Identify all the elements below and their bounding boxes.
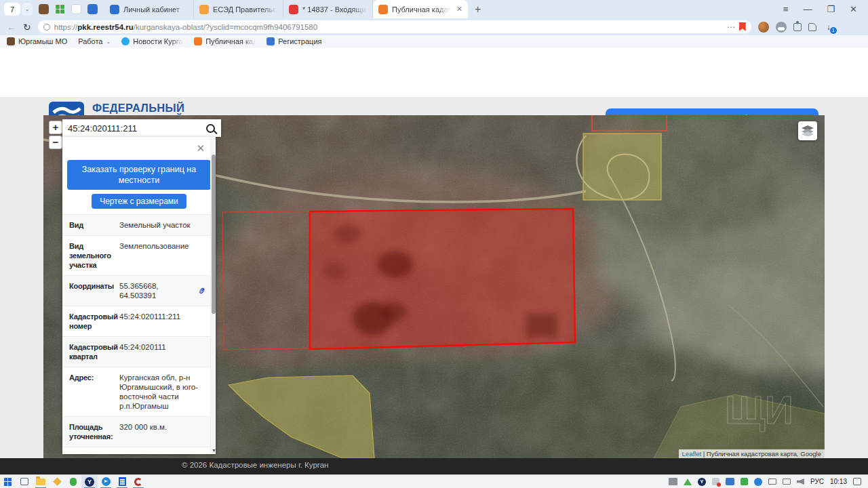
bookmark-folder-work[interactable]: Работа⌄ <box>78 37 111 45</box>
new-tab-button[interactable]: + <box>475 3 481 16</box>
coordinates-link-icon[interactable] <box>198 287 206 295</box>
task-view-button[interactable] <box>16 475 33 488</box>
bookmark-favicon <box>7 37 15 45</box>
action-center-icon[interactable] <box>853 478 861 485</box>
alice-assistant-icon[interactable] <box>776 22 787 33</box>
reload-icon[interactable]: ↻ <box>23 22 31 33</box>
yandex-browser-icon[interactable]: Y <box>81 475 98 488</box>
tab-close-icon[interactable]: ✕ <box>454 5 462 14</box>
antivirus-shield-icon[interactable] <box>65 475 81 488</box>
order-boundary-check-button[interactable]: Заказать проверку границ на местности <box>67 160 211 190</box>
panel-close-icon[interactable]: ✕ <box>196 142 205 155</box>
bookmark-flag-icon[interactable] <box>739 22 746 31</box>
notification-app-icon[interactable] <box>712 478 719 485</box>
drawing-with-dimensions-button[interactable]: Чертеж с размерами <box>92 194 186 209</box>
pinned-app-icon[interactable] <box>39 4 49 14</box>
printer-icon[interactable] <box>669 478 677 485</box>
url-bar[interactable]: https://pkk.reestr54.ru/kurganskaya-obla… <box>38 20 751 33</box>
back-icon[interactable]: ← <box>7 22 16 33</box>
remote-access-icon[interactable] <box>726 478 734 485</box>
document-app-icon[interactable] <box>71 4 81 14</box>
grid-app-icon[interactable] <box>55 4 65 14</box>
bookmark-registration[interactable]: Регистрация <box>267 37 321 45</box>
tab-counter[interactable]: 7 <box>4 3 20 16</box>
tab-title: * 14837 - Входящие — Янд <box>302 5 367 14</box>
map-layers-button[interactable] <box>798 121 817 140</box>
map-attribution: Leaflet | Публичная кадастровая карта, G… <box>679 449 825 458</box>
usb-device-icon[interactable] <box>768 479 776 485</box>
security-tray-icon[interactable] <box>741 478 748 485</box>
tabs: Личный кабинет ЕСЭД Правительства Кур * … <box>104 0 468 18</box>
bookmark-news[interactable]: Новости Кургана <box>121 37 183 45</box>
window-controls: ≡ — ❐ ✕ <box>783 4 868 14</box>
zoom-out-button[interactable]: − <box>49 136 62 149</box>
tab-favicon <box>110 5 119 14</box>
start-button[interactable] <box>0 475 16 488</box>
windows-taskbar: Y Y РУС 10:13 <box>0 474 868 488</box>
media-player-icon[interactable] <box>98 475 114 488</box>
leaflet-link[interactable]: Leaflet <box>682 450 702 458</box>
layers-icon <box>802 125 814 136</box>
row-status: Статус: Учтенный <box>62 447 210 454</box>
system-tray: Y РУС 10:13 <box>669 478 868 486</box>
site-info-icon[interactable] <box>43 24 50 30</box>
parcel-outline-top[interactable] <box>592 115 667 131</box>
close-icon[interactable]: ✕ <box>850 4 857 14</box>
tab-title: Публичная кадастров <box>392 5 450 14</box>
diamond-app-icon[interactable] <box>49 475 65 488</box>
parcel-yellow-topright[interactable] <box>583 134 661 200</box>
collections-icon[interactable] <box>808 23 816 31</box>
tab-counter-chevron-icon[interactable]: ⌄ <box>22 3 33 16</box>
table-icon <box>267 37 275 45</box>
tab-mail-inbox[interactable]: * 14837 - Входящие — Янд <box>283 0 373 18</box>
bookmark-yurgamysh[interactable]: Юргамыш МО <box>7 37 67 45</box>
site-footer: © 2026 Кадастровые инженеры г. Курган <box>0 458 868 474</box>
browser-toolbar: ← ↻ https://pkk.reestr54.ru/kurganskaya-… <box>0 18 868 35</box>
search-icon[interactable] <box>206 124 215 133</box>
word-document-icon[interactable] <box>114 475 130 488</box>
url-text[interactable]: https://pkk.reestr54.ru/kurganskaya-obla… <box>54 23 723 31</box>
tab-esed[interactable]: ЕСЭД Правительства Кур <box>194 0 283 18</box>
yandex-tray-icon[interactable]: Y <box>698 478 706 486</box>
tab-cadastral-map-active[interactable]: Публичная кадастров ✕ <box>373 0 468 18</box>
tray-expand-icon[interactable] <box>684 479 692 485</box>
tab-title: ЕСЭД Правительства Кур <box>213 5 277 14</box>
scroll-down-icon[interactable]: ▼ <box>212 448 216 453</box>
file-explorer-icon[interactable] <box>33 475 49 488</box>
screen: 7 ⌄ Личный кабинет ЕСЭД Правительства Ку… <box>0 0 868 488</box>
map-container[interactable]: ЩИ + − ✕ Заказать проверку границ на мес… <box>43 115 825 458</box>
tab-favicon <box>199 5 209 14</box>
panel-scrollbar[interactable]: ▼ <box>210 137 216 454</box>
browser-tab-bar: 7 ⌄ Личный кабинет ЕСЭД Правительства Ку… <box>0 0 868 18</box>
volume-muted-icon[interactable] <box>797 479 804 485</box>
mail-favicon <box>289 5 298 14</box>
minimize-icon[interactable]: — <box>803 4 812 14</box>
map-zoom-control: + − <box>49 121 62 150</box>
extensions-icon[interactable] <box>793 23 802 31</box>
url-more-icon[interactable]: ⋯ <box>727 22 735 32</box>
menu-icon[interactable]: ≡ <box>783 4 789 14</box>
consultant-icon[interactable] <box>130 475 146 488</box>
parcel-selected[interactable] <box>310 209 575 349</box>
clock[interactable]: 10:13 <box>830 478 847 485</box>
cadastral-search-box <box>62 119 221 137</box>
search-input[interactable] <box>62 123 206 134</box>
chevron-down-icon: ⌄ <box>106 39 111 45</box>
row-coordinates: Координаты 55.365668, 64.503391 <box>62 275 210 306</box>
tab-personal-cabinet[interactable]: Личный кабинет <box>104 0 194 18</box>
zoom-in-button[interactable]: + <box>49 121 62 134</box>
language-indicator[interactable]: РУС <box>810 478 824 485</box>
row-address: Адрес: Курганская обл, р-н Юргамышский, … <box>62 367 210 416</box>
tab-favicon <box>378 5 388 14</box>
bookmark-cadastral[interactable]: Публичная кадас <box>194 37 256 45</box>
profile-avatar[interactable] <box>758 22 769 33</box>
tab-title: Личный кабинет <box>123 5 188 14</box>
parcel-attributes: Вид Земельный участок Вид земельного уча… <box>62 214 210 454</box>
scrollbar-thumb[interactable] <box>212 155 216 314</box>
restore-icon[interactable]: ❐ <box>827 4 835 14</box>
cloud-tray-icon[interactable] <box>754 478 762 486</box>
downloads-icon[interactable]: ↓1 <box>823 22 834 32</box>
blue-app-icon[interactable] <box>87 4 98 14</box>
site-header: ФЕДЕРАЛЬНЫЙ КАДАСТРОВЫЙ ЦЕНТР Стоимость … <box>0 47 868 97</box>
network-icon[interactable] <box>783 479 791 485</box>
